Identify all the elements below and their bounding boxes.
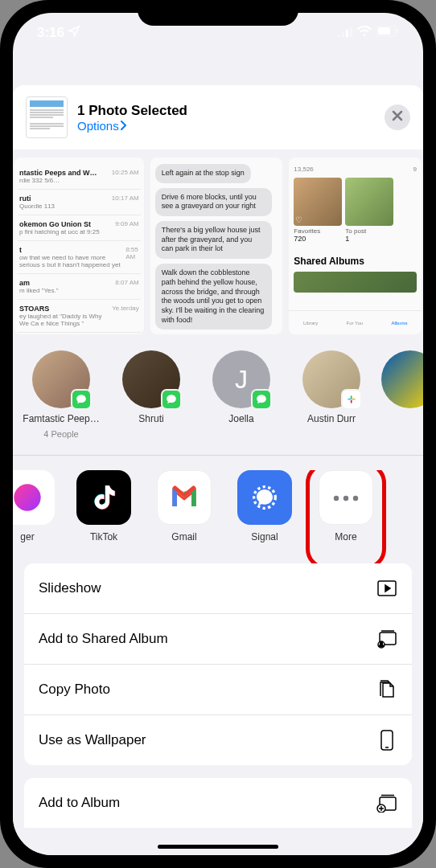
actions-list-2: Add to Album <box>24 778 412 828</box>
contact-more[interactable] <box>381 350 423 439</box>
phone-icon <box>376 730 397 751</box>
svg-point-15 <box>343 496 348 501</box>
actions-list: Slideshow Add to Shared Album Copy Photo… <box>24 563 412 765</box>
share-sheet: 1 Photo Selected Options <box>13 85 423 855</box>
app-messenger[interactable]: ger <box>13 470 55 542</box>
options-link[interactable]: Options <box>77 119 375 133</box>
sheet-body: Famtastic Peep… 4 People Shruti J <box>13 334 423 855</box>
cellular-icon <box>338 26 352 40</box>
svg-rect-11 <box>351 400 352 403</box>
svg-rect-6 <box>397 29 398 33</box>
contact-austin[interactable]: Austin Durr <box>291 350 372 439</box>
action-add-album[interactable]: Add to Album <box>24 778 412 828</box>
app-more[interactable]: More <box>314 470 378 542</box>
battery-icon <box>376 26 399 40</box>
add-album-icon <box>376 792 397 813</box>
chevron-right-icon <box>121 119 127 133</box>
close-icon <box>392 110 403 125</box>
selected-photo-thumbnail[interactable] <box>26 96 68 138</box>
svg-rect-0 <box>338 35 340 37</box>
copy-icon <box>376 679 397 700</box>
app-tiktok[interactable]: TikTok <box>72 470 135 542</box>
svg-rect-10 <box>351 395 352 399</box>
svg-rect-2 <box>346 30 348 37</box>
more-icon <box>332 490 360 505</box>
action-copy-photo[interactable]: Copy Photo <box>24 665 412 715</box>
share-header: 1 Photo Selected Options <box>13 85 423 149</box>
messages-badge-icon <box>251 389 272 410</box>
phone-frame: 3:16 ntastic Peeps and W…rdle 33 <box>0 0 436 868</box>
home-indicator[interactable] <box>158 845 278 849</box>
share-title: 1 Photo Selected <box>77 103 375 119</box>
svg-point-16 <box>353 496 358 501</box>
shared-album-icon <box>376 628 397 649</box>
action-slideshow[interactable]: Slideshow <box>24 563 412 614</box>
slack-badge-icon <box>341 389 362 410</box>
svg-point-14 <box>334 496 339 501</box>
svg-rect-5 <box>378 27 390 35</box>
messages-badge-icon <box>71 389 92 410</box>
wifi-icon <box>357 26 372 40</box>
apps-row[interactable]: ger TikTok Gmail Signal <box>13 470 423 563</box>
app-gmail[interactable]: Gmail <box>153 470 216 542</box>
phone-screen: 3:16 ntastic Peeps and W…rdle 33 <box>13 13 423 855</box>
location-arrow-icon <box>68 25 80 42</box>
contact-joella[interactable]: J Joella <box>201 350 282 439</box>
close-button[interactable] <box>385 104 410 130</box>
svg-point-20 <box>380 642 383 645</box>
messages-badge-icon <box>161 389 182 410</box>
app-signal[interactable]: Signal <box>233 470 296 542</box>
action-shared-album[interactable]: Add to Shared Album <box>24 614 412 665</box>
svg-rect-1 <box>342 32 344 37</box>
play-icon <box>376 578 397 599</box>
contacts-row[interactable]: Famtastic Peep… 4 People Shruti J <box>13 350 423 455</box>
svg-rect-8 <box>348 399 351 400</box>
divider <box>13 455 423 456</box>
action-wallpaper[interactable]: Use as Wallpaper <box>24 715 412 765</box>
status-time: 3:16 <box>37 25 64 41</box>
contact-famtastic[interactable]: Famtastic Peep… 4 People <box>21 350 101 439</box>
svg-rect-3 <box>350 27 352 37</box>
contact-shruti[interactable]: Shruti <box>111 350 191 439</box>
notch <box>138 0 298 26</box>
svg-rect-9 <box>352 399 356 400</box>
svg-point-12 <box>14 485 40 511</box>
